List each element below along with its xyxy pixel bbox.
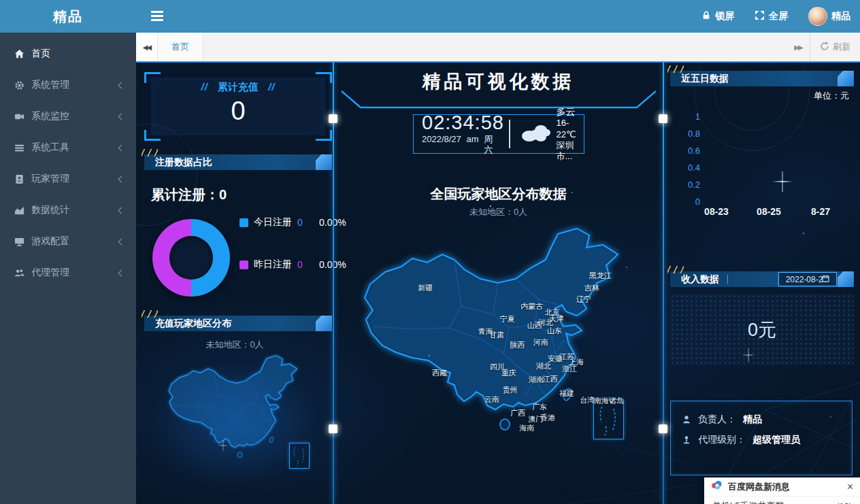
top-header-bar: 精品 锁屏 全屏 精品 [0, 0, 860, 33]
sidebar-item-agent-admin[interactable]: 代理管理 [0, 257, 136, 288]
sidebar-item-game-config[interactable]: 游戏配置 [0, 226, 136, 257]
chevron-left-icon [118, 238, 125, 245]
sidebar-item-player-admin[interactable]: 玩家管理 [0, 163, 136, 195]
close-icon[interactable]: × [847, 482, 853, 492]
sidebar-toggle-icon[interactable] [151, 11, 165, 22]
register-ratio-header: 注册数据占比 [144, 154, 332, 170]
y-axis-tick: 0.2 [670, 180, 700, 190]
province-label: 辽宁 [576, 295, 591, 305]
monitor-icon [14, 111, 24, 122]
province-label: 黑龙江 [589, 271, 612, 281]
clock-weather-widget: 02:34:58 2022/8/27 am 周六 多云 16-22℃ 深圳市..… [413, 114, 584, 154]
right-column-divider[interactable] [663, 63, 664, 504]
total-recharge-title: 累计充值 [218, 81, 259, 93]
lock-screen-label: 锁屏 [715, 10, 734, 22]
notification-message-row[interactable]: 单机h5手游共享群 (12) [704, 497, 860, 504]
user-name: 精品 [831, 10, 850, 22]
sidebar-item-system-monitor[interactable]: 系统监控 [0, 101, 136, 132]
legend-swatch-yesterday [239, 261, 248, 269]
sidebar-item-label: 游戏配置 [31, 235, 69, 248]
province-label: 云南 [484, 394, 499, 405]
refresh-label: 刷新 [833, 41, 850, 53]
sidebar-item-label: 系统管理 [31, 79, 69, 91]
chevron-left-icon [118, 144, 125, 151]
stats-chart-icon [14, 205, 24, 216]
app-logo[interactable]: 精品 [0, 0, 136, 33]
agents-icon [14, 267, 24, 278]
double-right-arrow-icon: ▶▶ [794, 44, 801, 51]
recharge-region-header-label: 充值玩家地区分布 [155, 318, 231, 330]
sidebar-item-home[interactable]: 首页 [0, 38, 136, 69]
nation-map-unknown: 未知地区：0人 [333, 206, 663, 218]
clock-meridiem: am [466, 134, 478, 144]
fullscreen-button[interactable]: 全屏 [755, 10, 788, 22]
province-label: 陕西 [510, 340, 525, 350]
province-label: 福建 [559, 388, 574, 398]
header-separator [727, 275, 728, 284]
province-label: 湖北 [536, 361, 551, 371]
gear-icon [14, 80, 24, 90]
home-icon [14, 48, 24, 59]
cloudy-weather-icon [518, 121, 551, 147]
tabs-scroll-right-button[interactable]: ▶▶ [787, 33, 810, 61]
notification-header: 百度网盘新消息 × [704, 477, 860, 497]
province-label: 湖南 [529, 375, 544, 385]
legend-today-label: 今日注册 [254, 216, 292, 229]
sidebar-item-label: 首页 [31, 48, 50, 60]
decor-slashes: // [268, 81, 275, 93]
sidebar-item-data-stats[interactable]: 数据统计 [0, 195, 136, 226]
decor-sparkle [218, 440, 229, 451]
legend-yesterday: 昨日注册 0 0.00% [239, 258, 346, 271]
x-axis-tick: 8-27 [811, 206, 830, 217]
tab-home[interactable]: 首页 [158, 33, 203, 61]
sidebar-item-label: 数据统计 [31, 204, 69, 216]
province-label: 重庆 [501, 367, 516, 377]
divider-handle[interactable] [329, 424, 337, 433]
x-axis-tick: 08-23 [704, 206, 729, 217]
lock-icon [701, 10, 711, 22]
dashboard-canvas: // 累计充值 // 0 注册数据占比 累计注册：0 今日注册 0 0.00% … [136, 61, 860, 504]
sidebar-item-label: 玩家管理 [31, 173, 69, 185]
sidebar-nav: 首页 系统管理 系统监控 系统工具 玩家管理 数据统计 游戏配置 代理管理 [0, 33, 136, 504]
user-avatar [808, 7, 827, 26]
five-day-header-label: 近五日数据 [681, 73, 729, 85]
register-ratio-header-label: 注册数据占比 [155, 156, 212, 169]
title-underline [339, 88, 659, 112]
province-label: 内蒙古 [520, 301, 543, 312]
center-column: 精品可视化数据 02:34:58 2022/8/27 am 周六 [333, 63, 663, 504]
province-label: 台湾 [580, 395, 595, 405]
y-axis-tick: 0 [670, 197, 700, 207]
user-menu[interactable]: 精品 [808, 7, 850, 26]
income-date-picker[interactable]: 2022-08-2 [778, 272, 837, 286]
sidebar-item-label: 系统监控 [31, 110, 69, 122]
divider-handle[interactable] [659, 114, 667, 123]
divider-handle[interactable] [659, 424, 667, 433]
refresh-button[interactable]: 刷新 [810, 33, 860, 61]
clock-time: 02:34:58 [422, 112, 505, 133]
player-book-icon [14, 173, 24, 184]
y-axis-tick: 0.6 [670, 146, 700, 156]
calendar-icon [822, 275, 829, 284]
recharge-region-unknown: 未知地区：0人 [136, 339, 333, 351]
tab-home-label: 首页 [171, 41, 189, 53]
province-label: 南海诸岛 [594, 396, 624, 406]
sidebar-item-system-admin[interactable]: 系统管理 [0, 69, 136, 101]
divider-handle[interactable] [329, 114, 337, 123]
chevron-left-icon [118, 269, 125, 276]
income-date-value: 2022-08-2 [786, 275, 823, 284]
y-axis-tick: 0.8 [670, 129, 700, 139]
south-sea-inset [289, 443, 310, 469]
tabs-scroll-left-button[interactable]: ◀◀ [136, 33, 158, 61]
notification-message: 单机h5手游共享群 [712, 500, 784, 504]
lock-screen-button[interactable]: 锁屏 [701, 10, 734, 22]
weather-text: 多云 16-22℃ 深圳市... [557, 106, 576, 163]
y-axis-tick: 1 [670, 112, 700, 122]
decor-sparkle [772, 171, 793, 192]
sidebar-item-system-tools[interactable]: 系统工具 [0, 132, 136, 163]
fullscreen-icon [755, 10, 765, 22]
left-column-divider[interactable] [333, 63, 334, 504]
province-label: 广东 [532, 401, 547, 411]
province-label: 海南 [519, 422, 534, 433]
total-recharge-value: 0 [144, 97, 332, 126]
province-label: 吉林 [584, 283, 599, 293]
